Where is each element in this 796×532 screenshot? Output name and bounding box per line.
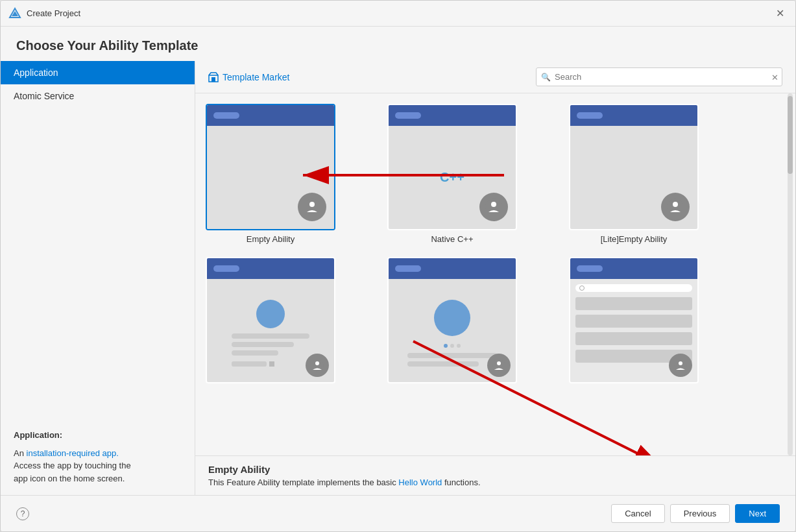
header-pill <box>577 112 603 119</box>
template-card-empty-ability[interactable]: Empty Ability <box>206 104 335 244</box>
card-body <box>570 126 697 229</box>
card-line <box>232 333 309 339</box>
app-logo-icon <box>8 7 21 20</box>
close-button[interactable]: ✕ <box>772 6 788 21</box>
cancel-button[interactable]: Cancel <box>611 504 664 523</box>
description-link: Hello World <box>398 478 442 487</box>
description-bar: Empty Ability This Feature Ability templ… <box>195 455 795 495</box>
titlebar-left: Create Project <box>8 7 80 20</box>
template-grid-scroll: Empty Ability C++ <box>195 93 795 455</box>
titlebar: Create Project ✕ <box>1 1 795 27</box>
ability-icon-sm <box>310 358 324 372</box>
sidebar: Application Atomic Service Application: … <box>1 61 195 495</box>
template-row-2 <box>206 257 780 387</box>
card-header <box>207 105 334 126</box>
svg-rect-3 <box>211 77 215 82</box>
help-icon-button[interactable]: ? <box>16 507 29 520</box>
card-icon <box>661 193 690 221</box>
card-preview-profile-2 <box>387 257 517 383</box>
description-text: An installation-required app. Access the… <box>14 447 182 485</box>
search-clear-icon[interactable]: ✕ <box>771 72 778 82</box>
card-icon <box>487 354 511 377</box>
header-pill <box>395 112 421 119</box>
description-text: This Feature Ability template implements… <box>208 478 782 487</box>
titlebar-title: Create Project <box>27 8 80 18</box>
card-icon <box>306 354 329 377</box>
template-grid-wrapper: Empty Ability C++ <box>195 93 795 455</box>
card-preview-profile-1 <box>206 257 335 383</box>
card-label-lite-empty: [Lite]Empty Ability <box>601 234 668 244</box>
card-list-body <box>570 279 697 382</box>
svg-point-13 <box>315 361 319 365</box>
card-body <box>389 279 516 382</box>
list-item <box>575 297 692 310</box>
sidebar-item-atomic-service[interactable]: Atomic Service <box>1 84 195 108</box>
next-button[interactable]: Next <box>735 504 780 523</box>
description-title: Empty Ability <box>208 464 782 475</box>
svg-point-7 <box>491 202 496 207</box>
header-pill <box>577 265 603 272</box>
search-icon: 🔍 <box>541 73 551 82</box>
template-card-profile-2[interactable] <box>387 257 517 387</box>
list-item <box>575 332 692 345</box>
card-preview-native-cpp: C++ <box>387 104 517 230</box>
card-body <box>207 126 334 229</box>
ability-icon <box>485 198 503 216</box>
card-line <box>407 353 497 358</box>
search-container: 🔍 ✕ <box>536 67 782 86</box>
card-preview-list <box>569 257 699 383</box>
svg-point-15 <box>497 361 501 365</box>
card-header <box>207 258 334 279</box>
template-card-list[interactable] <box>569 257 699 387</box>
description-title: Application: <box>14 429 182 442</box>
card-header <box>389 105 516 126</box>
svg-point-17 <box>679 361 682 365</box>
ability-icon <box>303 198 321 216</box>
cpp-label: C++ <box>440 170 464 185</box>
template-market-link[interactable]: Template Market <box>208 72 289 82</box>
right-panel: Template Market 🔍 ✕ <box>195 61 795 495</box>
content-area: Application Atomic Service Application: … <box>1 61 795 495</box>
scrollbar-thumb[interactable] <box>788 96 793 174</box>
template-card-profile-1[interactable] <box>206 257 335 387</box>
create-project-dialog: Create Project ✕ Choose Your Ability Tem… <box>0 0 796 532</box>
card-preview-lite-empty <box>569 104 699 230</box>
list-item <box>575 315 692 328</box>
ability-icon <box>666 198 684 216</box>
footer: ? Cancel Previous Next <box>1 495 795 531</box>
template-card-native-cpp[interactable]: C++ N <box>387 104 517 244</box>
card-header <box>570 105 697 126</box>
sidebar-item-application[interactable]: Application <box>1 61 195 84</box>
svg-point-5 <box>309 202 315 207</box>
sidebar-description: Application: An installation-required ap… <box>1 418 195 495</box>
card-header <box>389 258 516 279</box>
template-card-lite-empty[interactable]: [Lite]Empty Ability <box>569 104 699 244</box>
header-pill <box>213 112 239 119</box>
header-pill <box>395 265 421 272</box>
store-icon <box>208 72 219 82</box>
card-body <box>207 279 334 382</box>
card-icon <box>669 354 692 377</box>
top-bar: Template Market 🔍 ✕ <box>195 61 795 93</box>
card-line <box>407 361 479 367</box>
card-label-native-cpp: Native C++ <box>431 234 473 244</box>
card-icon <box>298 193 326 221</box>
ability-icon-sm <box>492 358 506 372</box>
description-link: installation-required app. <box>27 448 119 458</box>
svg-point-9 <box>673 202 678 207</box>
header-pill <box>213 265 239 272</box>
scrollbar[interactable] <box>788 93 793 455</box>
card-line <box>232 350 278 356</box>
card-lines <box>232 333 309 367</box>
card-body: C++ <box>389 126 516 229</box>
card-lines <box>407 353 497 367</box>
card-line <box>232 342 294 347</box>
template-row-1: Empty Ability C++ <box>206 104 780 244</box>
card-label-empty-ability: Empty Ability <box>247 234 295 244</box>
card-search-bar <box>575 284 692 292</box>
card-preview-empty-ability <box>206 104 335 230</box>
dialog-heading: Choose Your Ability Template <box>1 27 795 61</box>
ability-icon-sm <box>673 358 688 372</box>
previous-button[interactable]: Previous <box>670 504 730 523</box>
search-input[interactable] <box>536 67 782 86</box>
